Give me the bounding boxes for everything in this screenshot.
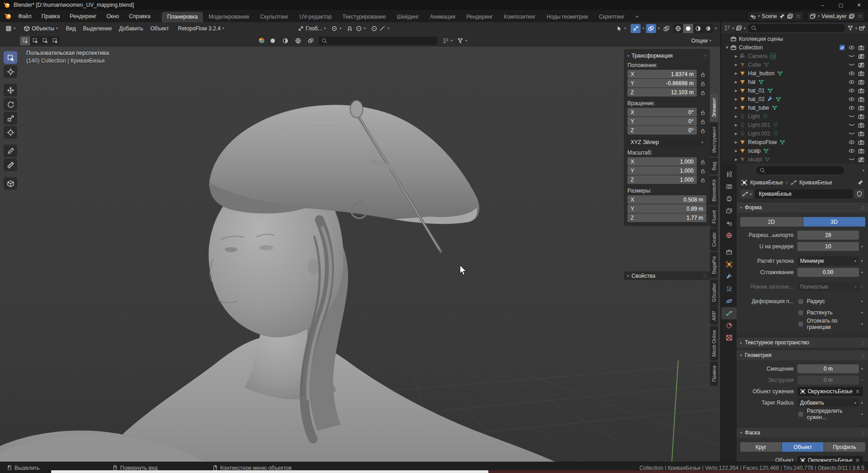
gizmo-dropdown[interactable]: ▾ — [642, 26, 644, 30]
select-mode-extend[interactable] — [30, 36, 40, 45]
workspace-tab-планировка[interactable]: Планировка — [162, 12, 203, 22]
rotation-mode-dropdown[interactable]: XYZ Эйлер▾ — [627, 138, 706, 146]
shape-сглаживание-field[interactable]: 0.00 — [797, 268, 859, 277]
expand-toggle[interactable]: ► — [733, 149, 739, 153]
overlays-toggle[interactable] — [646, 24, 656, 33]
lock-open-icon[interactable] — [699, 159, 706, 165]
bevel-toggle-объект[interactable]: Объект — [782, 442, 823, 452]
outliner-row-retopoflow[interactable]: ►RetopoFlow — [721, 138, 868, 146]
properties-search-input[interactable] — [756, 166, 844, 174]
outliner-row-camera[interactable]: ►Camera — [721, 52, 868, 60]
object-icon[interactable] — [741, 179, 747, 186]
properties-tab-physics[interactable] — [721, 295, 737, 307]
lock-open-icon[interactable] — [699, 119, 706, 125]
n-panel-tab-элемент[interactable]: Элемент — [710, 94, 718, 121]
breadcrumb-data[interactable]: КриваяБезье — [800, 179, 833, 186]
geometry-смещение-field[interactable]: 0 m — [797, 364, 859, 373]
geometry-taper-radius-dropdown[interactable]: Добавить▾ — [797, 398, 859, 407]
geometry-распределить-сужен--checkbox[interactable]: Распределить сужен... — [797, 408, 859, 420]
keyframe-dot-icon[interactable] — [859, 299, 865, 304]
n-panel-tab-вид[interactable]: Вид — [710, 158, 718, 174]
transform-положение-x-field[interactable]: X1.8374 m — [627, 70, 697, 78]
snap-dropdown[interactable]: ▾ — [353, 24, 368, 33]
expand-toggle[interactable]: ► — [733, 157, 739, 162]
expand-toggle[interactable]: ▼ — [724, 45, 730, 50]
expand-toggle[interactable]: ► — [733, 71, 739, 76]
pivot-dropdown[interactable]: ▾ — [328, 24, 344, 33]
render-visibility-toggle[interactable] — [858, 44, 864, 51]
properties-tab-tool[interactable] — [721, 168, 737, 180]
n-panel-properties-collapsed[interactable]: ▸Свойства:::: — [624, 271, 710, 280]
bevel-toggle-профиль[interactable]: Профиль — [824, 442, 865, 452]
render-visibility-toggle[interactable] — [858, 70, 864, 77]
editor-type-button[interactable]: ▾ — [3, 24, 18, 33]
visibility-toggle-off[interactable] — [849, 62, 855, 68]
properties-tab-scene[interactable] — [721, 217, 737, 229]
workspace-tab-анимация[interactable]: Анимация — [424, 12, 461, 22]
outliner-row-hat-01[interactable]: ►hat_01 — [721, 86, 868, 95]
transform-вращение-y-field[interactable]: Y0° — [627, 117, 697, 125]
outliner-row-light[interactable]: ►Light — [721, 112, 868, 121]
select-visibility-dropdown[interactable]: ▾ — [613, 24, 629, 33]
select-mode-invert[interactable] — [50, 36, 60, 45]
visibility-toggle[interactable] — [849, 87, 855, 94]
tool-transform[interactable] — [4, 126, 17, 139]
workspace-tab-рендеринг[interactable]: Рендеринг — [461, 12, 498, 22]
expand-toggle[interactable]: ► — [733, 63, 739, 67]
fake-user-button[interactable] — [854, 189, 864, 198]
workspace-tab-скульптинг[interactable]: Скульптинг — [255, 12, 294, 22]
render-visibility-toggle[interactable] — [858, 105, 864, 111]
shape-u-на-рендере-field[interactable]: 10 — [797, 242, 859, 251]
expand-toggle[interactable]: ► — [733, 80, 739, 84]
visibility-toggle-off[interactable] — [849, 122, 855, 128]
funnel-icon[interactable] — [847, 25, 854, 31]
workspace-tab-шейдинг[interactable]: Шейдинг — [391, 12, 424, 22]
expand-toggle[interactable]: ► — [733, 123, 739, 127]
viewport-menu-вид[interactable]: Вид — [63, 25, 80, 32]
datablock-name-field[interactable]: КриваяБезье — [755, 189, 853, 198]
filter-images-icon[interactable] — [736, 25, 742, 31]
n-panel-tab-инструмент[interactable]: Инструмент — [710, 122, 718, 157]
panel-header-geometry[interactable]: ▾Геометрия:::: — [737, 350, 868, 360]
expand-toggle[interactable]: ► — [733, 114, 739, 119]
lock-open-icon[interactable] — [699, 90, 706, 96]
menu-окно[interactable]: Окно — [101, 13, 124, 19]
properties-tab-modifiers[interactable] — [721, 270, 737, 283]
outliner-row-scalp[interactable]: ►scalp — [721, 146, 868, 155]
visibility-toggle[interactable] — [849, 96, 855, 102]
viewport-menu-выделение[interactable]: Выделение — [79, 25, 116, 32]
menu-рендеринг[interactable]: Рендеринг — [65, 13, 101, 19]
n-panel-tab-arp[interactable]: ARP — [710, 307, 718, 325]
expand-toggle[interactable]: ► — [733, 54, 739, 58]
maximize-button[interactable]: ▢ — [832, 0, 850, 10]
expand-toggle[interactable]: ► — [733, 131, 739, 136]
keyframe-dot-icon[interactable] — [859, 270, 865, 275]
overlays-dropdown[interactable]: ▾ — [658, 26, 660, 30]
render-visibility-toggle[interactable] — [858, 87, 864, 94]
transform-размеры-z-field[interactable]: Z1.77 m — [627, 213, 706, 222]
panel-header-bevel[interactable]: ▾Фаска:::: — [737, 428, 868, 438]
menu-справка[interactable]: Справка — [124, 13, 155, 19]
n-panel-tab-mesh-online[interactable]: Mesh Online — [710, 326, 718, 361]
outliner-row-hat-button[interactable]: ►Hat_button — [721, 69, 868, 77]
transform-размеры-y-field[interactable]: Y0.89 m — [627, 204, 706, 213]
shading-rendered-button[interactable] — [703, 24, 713, 33]
bevel-toggle-круг[interactable]: Круг — [740, 442, 781, 452]
collapse-icon[interactable]: ▾ — [627, 54, 629, 58]
breadcrumb-object[interactable]: КриваяБезье — [750, 179, 783, 186]
panel-header-texture-space[interactable]: ▸Текстурное пространство:::: — [737, 338, 868, 348]
tool-annotate[interactable] — [4, 145, 17, 157]
new-collection-icon[interactable] — [859, 25, 865, 31]
render-visibility-toggle-off[interactable] — [858, 53, 864, 59]
visibility-toggle-off[interactable] — [849, 130, 855, 137]
orientation-dropdown[interactable]: Глоб...▾ — [295, 24, 329, 33]
lock-open-icon[interactable] — [699, 72, 706, 77]
copy-icon[interactable] — [849, 13, 855, 19]
copy-icon[interactable] — [787, 13, 793, 19]
shading-material-button[interactable] — [693, 24, 703, 33]
gizmo-toggle[interactable] — [631, 24, 641, 33]
pin-icon[interactable] — [779, 13, 785, 19]
outliner-search-input[interactable] — [747, 24, 845, 32]
xray-toggle[interactable] — [661, 24, 671, 33]
shading-wireframe-button[interactable] — [673, 24, 683, 33]
